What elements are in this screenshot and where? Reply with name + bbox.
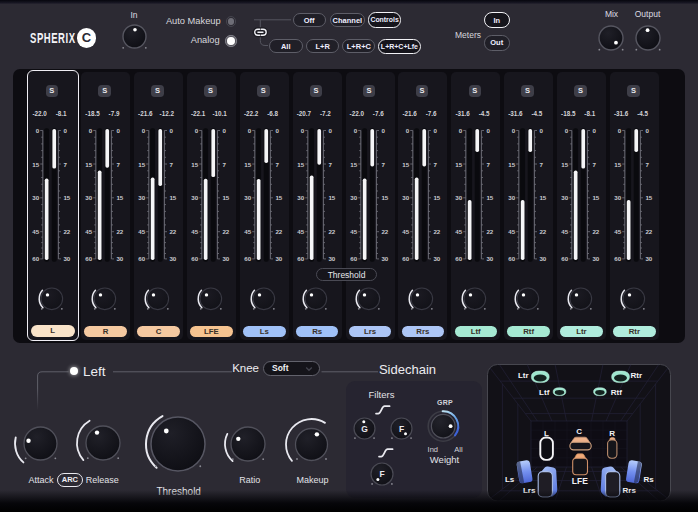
svg-text:0: 0 [565, 127, 569, 134]
svg-text:15: 15 [350, 161, 357, 168]
svg-text:30: 30 [403, 194, 410, 201]
svg-text:G: G [361, 424, 368, 434]
svg-text:60: 60 [297, 255, 304, 262]
svg-text:60: 60 [85, 255, 92, 262]
svg-text:30: 30 [222, 255, 229, 262]
svg-text:7: 7 [169, 161, 173, 168]
svg-text:15: 15 [222, 194, 229, 201]
svg-text:15: 15 [138, 161, 145, 168]
svg-text:15: 15 [456, 161, 463, 168]
svg-text:7: 7 [592, 161, 596, 168]
svg-text:30: 30 [328, 255, 335, 262]
svg-text:15: 15 [244, 161, 251, 168]
svg-text:0: 0 [248, 127, 252, 134]
svg-text:22: 22 [487, 228, 494, 235]
svg-text:30: 30 [64, 255, 71, 262]
svg-text:30: 30 [191, 194, 198, 201]
svg-text:60: 60 [33, 255, 40, 262]
svg-text:30: 30 [456, 194, 463, 201]
svg-text:15: 15 [33, 161, 40, 168]
svg-text:22: 22 [381, 228, 388, 235]
svg-text:15: 15 [403, 161, 410, 168]
svg-text:15: 15 [297, 161, 304, 168]
svg-text:60: 60 [508, 255, 515, 262]
svg-text:7: 7 [328, 161, 332, 168]
svg-text:7: 7 [222, 161, 226, 168]
svg-text:30: 30 [614, 194, 621, 201]
svg-text:60: 60 [614, 255, 621, 262]
svg-text:7: 7 [275, 161, 279, 168]
svg-text:45: 45 [614, 228, 621, 235]
svg-text:30: 30 [350, 194, 357, 201]
svg-text:45: 45 [85, 228, 92, 235]
svg-text:0: 0 [222, 127, 226, 134]
svg-text:30: 30 [539, 255, 546, 262]
svg-text:0: 0 [381, 127, 385, 134]
svg-text:0: 0 [117, 127, 121, 134]
svg-text:7: 7 [381, 161, 385, 168]
svg-text:0: 0 [89, 127, 93, 134]
svg-text:0: 0 [459, 127, 463, 134]
svg-text:30: 30 [508, 194, 515, 201]
svg-text:45: 45 [403, 228, 410, 235]
svg-text:0: 0 [406, 127, 410, 134]
svg-text:45: 45 [456, 228, 463, 235]
svg-text:30: 30 [297, 194, 304, 201]
svg-text:45: 45 [561, 228, 568, 235]
svg-text:22: 22 [117, 228, 124, 235]
svg-text:30: 30 [487, 255, 494, 262]
svg-text:15: 15 [614, 161, 621, 168]
svg-text:60: 60 [350, 255, 357, 262]
svg-text:30: 30 [85, 194, 92, 201]
svg-text:22: 22 [434, 228, 441, 235]
svg-text:15: 15 [117, 194, 124, 201]
svg-text:7: 7 [434, 161, 438, 168]
svg-text:15: 15 [645, 194, 652, 201]
svg-text:30: 30 [275, 255, 282, 262]
svg-text:7: 7 [487, 161, 491, 168]
svg-text:30: 30 [138, 194, 145, 201]
svg-text:45: 45 [33, 228, 40, 235]
svg-text:22: 22 [592, 228, 599, 235]
svg-text:F: F [379, 469, 384, 479]
svg-text:0: 0 [539, 127, 543, 134]
svg-text:15: 15 [561, 161, 568, 168]
svg-text:15: 15 [508, 161, 515, 168]
svg-text:15: 15 [85, 161, 92, 168]
svg-text:7: 7 [645, 161, 649, 168]
svg-text:45: 45 [350, 228, 357, 235]
svg-text:15: 15 [328, 194, 335, 201]
svg-text:22: 22 [328, 228, 335, 235]
svg-text:0: 0 [353, 127, 357, 134]
svg-text:22: 22 [64, 228, 71, 235]
svg-text:30: 30 [645, 255, 652, 262]
svg-text:22: 22 [539, 228, 546, 235]
svg-text:30: 30 [33, 194, 40, 201]
svg-text:15: 15 [434, 194, 441, 201]
svg-text:30: 30 [381, 255, 388, 262]
svg-text:15: 15 [592, 194, 599, 201]
svg-text:30: 30 [117, 255, 124, 262]
svg-text:15: 15 [487, 194, 494, 201]
svg-text:30: 30 [592, 255, 599, 262]
svg-text:60: 60 [456, 255, 463, 262]
svg-text:0: 0 [645, 127, 649, 134]
svg-text:7: 7 [117, 161, 121, 168]
svg-text:60: 60 [138, 255, 145, 262]
svg-text:0: 0 [618, 127, 622, 134]
svg-text:0: 0 [169, 127, 173, 134]
svg-text:0: 0 [487, 127, 491, 134]
svg-text:60: 60 [561, 255, 568, 262]
svg-text:30: 30 [244, 194, 251, 201]
svg-text:30: 30 [561, 194, 568, 201]
svg-text:7: 7 [64, 161, 68, 168]
svg-text:45: 45 [244, 228, 251, 235]
svg-text:0: 0 [512, 127, 516, 134]
svg-text:60: 60 [244, 255, 251, 262]
svg-text:60: 60 [403, 255, 410, 262]
svg-text:0: 0 [64, 127, 68, 134]
svg-text:45: 45 [297, 228, 304, 235]
svg-text:45: 45 [191, 228, 198, 235]
svg-text:22: 22 [169, 228, 176, 235]
svg-text:22: 22 [222, 228, 229, 235]
